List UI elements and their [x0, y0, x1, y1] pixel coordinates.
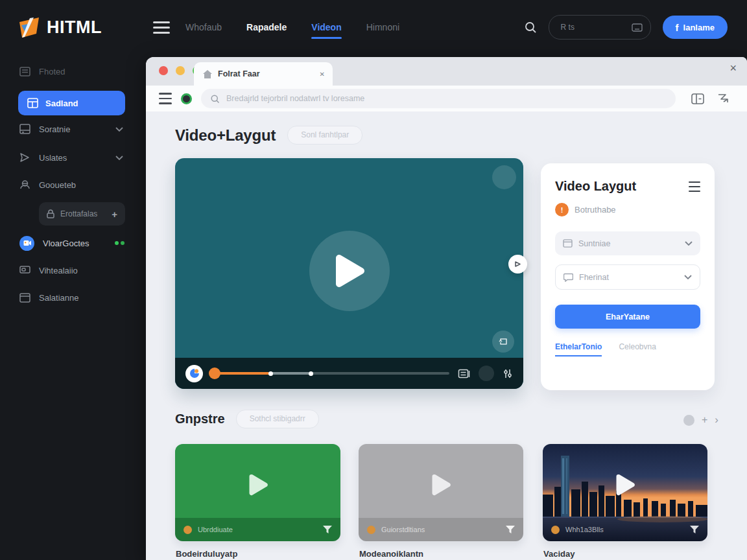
player-extra-button[interactable]	[479, 366, 494, 381]
sidebar-item-videocourses[interactable]: VloarGoctes	[0, 234, 143, 252]
card-bar-label: Guiorstdltians	[381, 526, 425, 533]
card-bar-label: Ubrddiuate	[198, 526, 233, 533]
video-card-2[interactable]: Guiorstdltians	[359, 444, 523, 541]
toolbar-actions	[691, 93, 729, 104]
filter-icon[interactable]	[323, 526, 332, 533]
chevron-down-icon	[685, 241, 693, 246]
record-status-icon[interactable]	[181, 93, 192, 104]
video-player[interactable]	[175, 158, 523, 389]
card-caption: Modeanoiklantn	[359, 549, 423, 559]
video-app-icon	[19, 236, 34, 251]
card-bottom-bar: Whh1a3Blls	[543, 518, 707, 541]
next-video-button[interactable]	[508, 255, 527, 274]
window-icon	[563, 239, 573, 248]
nav-item-3-active[interactable]: Videon	[311, 22, 341, 32]
window-close-icon[interactable]: ×	[729, 62, 737, 74]
panel-tab-inactive[interactable]: Celeobvna	[619, 342, 656, 356]
browser-window: Folrat Faar ✕ ×	[146, 57, 747, 560]
keyboard-icon	[632, 23, 643, 32]
chevron-down-icon	[684, 275, 692, 279]
monitor-icon	[19, 266, 30, 275]
nav-item-2[interactable]: Rapadele	[246, 22, 287, 32]
sliders-icon[interactable]	[503, 369, 513, 379]
progress-bar[interactable]	[211, 368, 449, 379]
nav-item-4[interactable]: Himnoni	[366, 22, 399, 32]
author-row: ! Botruthabe	[555, 203, 700, 216]
logo[interactable]: HITML	[16, 16, 102, 39]
status-dot-icon	[367, 526, 375, 534]
chevron-down-icon	[115, 156, 123, 160]
filter-icon[interactable]	[506, 526, 515, 533]
format-select-value: Fherinat	[579, 273, 609, 282]
dashboard-icon	[27, 98, 38, 108]
menu-hamburger-icon[interactable]	[153, 21, 170, 34]
top-bar: HITML Whofaub Rapadele Videon Himnoni R …	[0, 0, 747, 54]
side-panel-icon[interactable]	[691, 93, 704, 104]
search-icon[interactable]	[524, 21, 537, 34]
sidebar-item-label: Uslates	[39, 153, 67, 163]
subject-select[interactable]: Suntniae	[555, 231, 700, 255]
search-shortcut-box[interactable]: R ts	[549, 15, 651, 40]
video-card-3[interactable]: Whh1a3Blls	[543, 444, 707, 541]
list-icon	[19, 67, 30, 76]
card-caption: Bodeirduluyatp	[176, 549, 237, 559]
video-card-1[interactable]: Ubrddiuate	[175, 444, 340, 541]
logo-text: HITML	[47, 18, 102, 38]
nav-item-1[interactable]: Whofaub	[185, 22, 222, 32]
app-root: HITML Whofaub Rapadele Videon Himnoni R …	[0, 0, 747, 560]
progress-thumb[interactable]	[209, 368, 220, 379]
sidebar-item-dashboard-active[interactable]: Sadland	[18, 91, 125, 115]
browser-toolbar	[146, 86, 747, 111]
author-name: Botruthabe	[575, 205, 616, 215]
minimize-traffic-icon[interactable]	[176, 66, 185, 75]
chat-bubble-icon	[563, 273, 573, 282]
panel-tabs: EthelarTonio Celeobvna	[555, 342, 700, 356]
sidebar-item-updates[interactable]: Uslates	[0, 148, 143, 167]
sidebar: Fhoted Sadland Soratnie	[0, 54, 143, 560]
subject-select-value: Suntniae	[578, 239, 610, 248]
panel-tab-active[interactable]: EthelarTonio	[555, 342, 602, 356]
page-heading-row: Video+Laygut Sonl fanhtlpar	[175, 126, 362, 145]
search-shortcut-label: R ts	[561, 23, 626, 32]
signin-button[interactable]: f Ianlame	[663, 16, 728, 39]
sidebar-item-feed[interactable]: Fhoted	[0, 62, 143, 80]
sidebar-item-label: VloarGoctes	[43, 239, 89, 248]
play-icon	[333, 253, 366, 289]
browser-tab-strip: Folrat Faar ✕ ×	[146, 57, 747, 86]
flow-icon[interactable]	[717, 93, 729, 104]
url-input[interactable]	[225, 93, 667, 104]
panel-primary-button[interactable]: EharYatane	[555, 305, 700, 329]
card-bottom-bar: Ubrddiuate	[175, 518, 340, 541]
subtitles-icon[interactable]	[458, 369, 470, 379]
card-bar-label: Whh1a3Blls	[565, 526, 604, 533]
plus-icon[interactable]: +	[112, 209, 117, 220]
plus-icon[interactable]: +	[702, 414, 707, 426]
close-traffic-icon[interactable]	[159, 66, 168, 75]
panel-menu-icon[interactable]	[689, 181, 700, 192]
sidebar-item-settings[interactable]: Salatianne	[0, 288, 143, 307]
chevron-right-icon[interactable]: ›	[715, 414, 718, 426]
loop-icon	[499, 337, 508, 346]
tab-close-icon[interactable]: ✕	[320, 71, 325, 78]
sidebar-item-archive[interactable]: Soratnie	[0, 120, 143, 138]
signin-label: Ianlame	[683, 23, 715, 32]
sidebar-item-label: Salatianne	[39, 293, 78, 303]
page-title: Video+Laygut	[175, 126, 276, 145]
player-overlay-button[interactable]	[492, 165, 516, 189]
video-info-panel: Video Laygut ! Botruthabe Suntniae	[541, 163, 715, 390]
loop-button[interactable]	[492, 331, 514, 353]
sidebar-item-workspace[interactable]: Vihtealaiio	[0, 261, 143, 279]
sidebar-item-contacts[interactable]: Gooueteb	[0, 176, 143, 194]
browser-menu-icon[interactable]	[159, 93, 172, 104]
play-icon	[247, 473, 269, 496]
format-select[interactable]: Fherinat	[555, 264, 700, 290]
player-controls	[175, 358, 523, 389]
section-badge: Sothcl stibigadrr	[236, 410, 319, 428]
panel-title: Video Laygut	[555, 179, 636, 194]
play-button[interactable]	[309, 231, 390, 311]
player-logo-button[interactable]	[185, 365, 203, 382]
browser-tab[interactable]: Folrat Faar ✕	[194, 62, 333, 86]
filter-icon[interactable]	[690, 526, 699, 533]
carousel-dot[interactable]	[683, 415, 694, 426]
sidebar-subitem-private[interactable]: Erottafalas +	[39, 202, 125, 226]
